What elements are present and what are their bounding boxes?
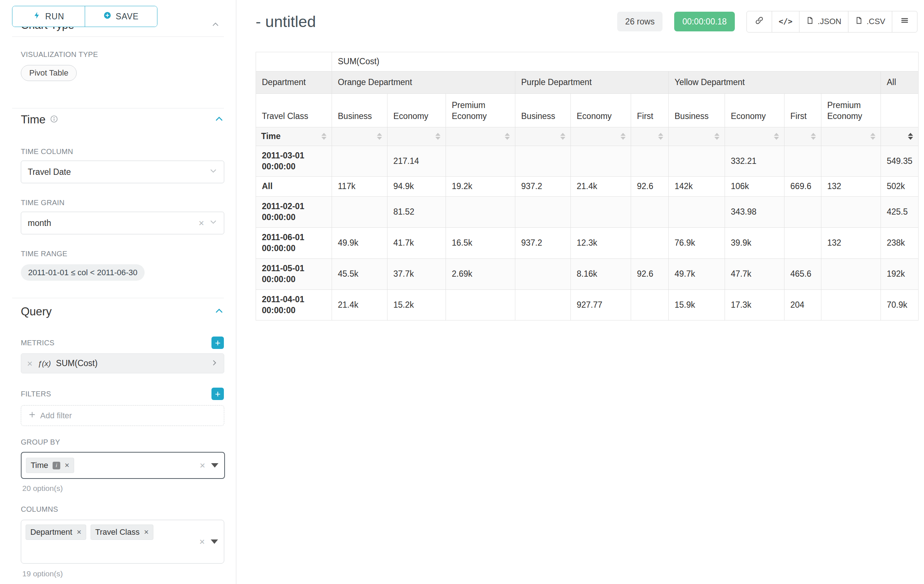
remove-tag-icon[interactable]: × — [77, 528, 81, 536]
column-sorter-cell[interactable] — [784, 127, 822, 146]
travel-class-column-header: Premium Economy — [446, 94, 515, 127]
chevron-right-icon[interactable] — [211, 359, 218, 368]
divider — [12, 108, 224, 109]
department-group-header: Purple Department — [515, 71, 669, 94]
value-cell: 425.5 — [881, 197, 919, 228]
time-grain-label: TIME GRAIN — [21, 199, 64, 207]
add-metric-button[interactable]: + — [211, 337, 224, 349]
sort-icon[interactable] — [436, 133, 441, 140]
sort-icon[interactable] — [560, 133, 565, 140]
sort-icon[interactable] — [811, 133, 816, 140]
plus-icon: + — [215, 337, 220, 348]
time-range-value[interactable]: 2011-01-01 ≤ col < 2011-06-30 — [21, 264, 145, 281]
sort-icon[interactable] — [774, 133, 779, 140]
chevron-down-icon — [209, 167, 217, 177]
query-section-header[interactable]: Query — [21, 304, 224, 320]
column-sorter-cell[interactable] — [332, 127, 388, 146]
value-cell — [669, 197, 725, 228]
add-filter-button[interactable]: Add filter — [21, 405, 224, 426]
group-by-tag-time[interactable]: Time i × — [26, 458, 74, 473]
time-header-cell[interactable]: Time — [256, 127, 332, 146]
chart-header: - untitled 26 rows 00:00:00.18 </> — [256, 5, 917, 38]
columns-option-count: 19 option(s) — [22, 569, 63, 578]
table-row: 2011-03-01 00:00:00217.14332.21549.35 — [256, 146, 919, 177]
value-cell — [515, 258, 571, 290]
column-sorter-cell[interactable] — [388, 127, 446, 146]
time-grain-select[interactable]: month × — [21, 212, 224, 234]
column-sorter-cell[interactable] — [669, 127, 725, 146]
copy-link-button[interactable] — [746, 11, 772, 33]
sort-icon[interactable] — [714, 133, 719, 140]
export-json-button[interactable]: .JSON — [799, 11, 848, 33]
menu-button[interactable] — [892, 11, 917, 33]
value-cell: 81.52 — [388, 197, 446, 228]
sort-icon[interactable] — [505, 133, 510, 140]
sort-icon[interactable] — [908, 133, 913, 140]
row-label-cell: 2011-02-01 00:00:00 — [256, 197, 332, 228]
time-section-header[interactable]: Time — [21, 112, 224, 128]
sort-icon[interactable] — [322, 133, 327, 140]
travel-class-column-header: First — [784, 94, 822, 127]
columns-label: COLUMNS — [21, 505, 58, 513]
column-sorter-cell[interactable] — [725, 127, 784, 146]
info-icon: i — [53, 462, 60, 469]
save-button[interactable]: SAVE — [85, 6, 157, 26]
remove-tag-icon[interactable]: × — [64, 461, 69, 469]
caret-down-icon[interactable] — [211, 463, 218, 467]
row-label-cell: 2011-03-01 00:00:00 — [256, 146, 332, 177]
sort-icon[interactable] — [870, 133, 875, 140]
add-filter-plus-button[interactable]: + — [211, 388, 224, 400]
value-cell: 15.9k — [669, 290, 725, 321]
columns-tag-department[interactable]: Department × — [26, 525, 86, 540]
value-cell: 92.6 — [631, 258, 669, 290]
chevron-up-icon[interactable] — [211, 20, 219, 30]
value-cell: 15.2k — [388, 290, 446, 321]
sort-icon[interactable] — [377, 133, 382, 140]
value-cell: 21.4k — [571, 177, 631, 197]
chart-header-controls: 26 rows 00:00:00.18 </> — [617, 11, 917, 33]
column-sorter-cell[interactable] — [515, 127, 571, 146]
chevron-up-icon[interactable] — [214, 306, 224, 317]
metric-item[interactable]: × ƒ(x) SUM(Cost) — [21, 353, 224, 373]
value-cell: 117k — [332, 177, 388, 197]
embed-code-button[interactable]: </> — [772, 11, 799, 33]
metric-name: SUM(Cost) — [56, 359, 97, 368]
clear-icon[interactable]: × — [199, 218, 204, 228]
clear-icon[interactable]: × — [200, 461, 205, 470]
chevron-up-icon[interactable] — [214, 114, 224, 125]
value-cell: 937.2 — [515, 177, 571, 197]
divider — [12, 36, 224, 37]
column-sorter-cell[interactable] — [822, 127, 881, 146]
column-sorter-cell[interactable] — [571, 127, 631, 146]
visualization-type-value[interactable]: Pivot Table — [21, 65, 77, 81]
travel-class-column-header: Business — [332, 94, 388, 127]
columns-select[interactable]: Department × Travel Class × × — [21, 520, 224, 564]
remove-metric-icon[interactable]: × — [27, 359, 33, 368]
time-column-select[interactable]: Travel Date — [21, 161, 224, 183]
pivot-table-container: SUM(Cost)DepartmentOrange DepartmentPurp… — [256, 52, 919, 321]
caret-down-icon[interactable] — [211, 540, 218, 544]
time-range-label: TIME RANGE — [21, 250, 67, 258]
sort-icon[interactable] — [658, 133, 663, 140]
column-sorter-cell[interactable] — [881, 127, 919, 146]
group-by-select[interactable]: Time i × × — [21, 452, 225, 479]
run-button[interactable]: RUN — [12, 6, 85, 26]
columns-tag-travel-class[interactable]: Travel Class × — [91, 525, 153, 540]
column-sorter-cell[interactable] — [446, 127, 515, 146]
travel-class-column-header: First — [631, 94, 669, 127]
filters-label: FILTERS — [21, 390, 51, 398]
group-by-label: GROUP BY — [21, 438, 60, 446]
export-csv-button[interactable]: .CSV — [848, 11, 892, 33]
remove-tag-icon[interactable]: × — [144, 528, 148, 536]
file-icon — [855, 16, 863, 26]
value-cell — [515, 146, 571, 177]
clear-icon[interactable]: × — [200, 537, 205, 546]
plus-icon: + — [215, 388, 220, 399]
column-sorter-cell[interactable] — [631, 127, 669, 146]
value-cell: 465.6 — [784, 258, 822, 290]
value-cell: 238k — [881, 228, 919, 259]
code-icon: </> — [779, 17, 792, 26]
chart-title[interactable]: - untitled — [256, 13, 316, 31]
sort-icon[interactable] — [620, 133, 625, 140]
value-cell — [784, 146, 822, 177]
